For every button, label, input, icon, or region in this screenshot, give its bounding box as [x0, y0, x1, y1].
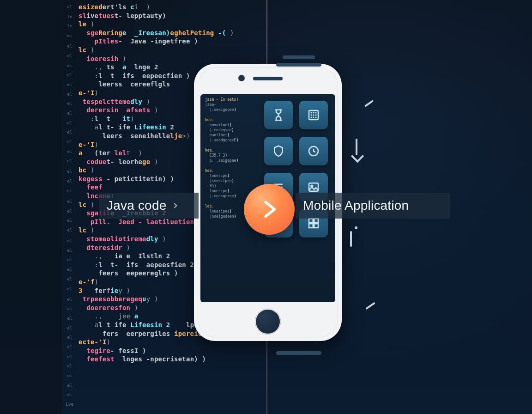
line-number: el: [64, 80, 76, 89]
clock-icon: [307, 144, 320, 158]
line-number: el: [64, 237, 76, 245]
line-number: el: [64, 207, 76, 215]
line-number: el: [64, 71, 76, 79]
line-number: el: [64, 3, 76, 11]
line-number: el: [64, 246, 76, 255]
svg-rect-4: [309, 219, 313, 223]
line-number: el: [64, 285, 76, 293]
app-icon-hourglass[interactable]: [264, 101, 293, 129]
line-number: el: [64, 99, 76, 108]
svg-rect-6: [309, 224, 313, 228]
chevron-right-icon: [259, 199, 280, 220]
line-number: el: [64, 138, 76, 146]
line-number: el: [64, 109, 76, 117]
decor-dash: [365, 302, 375, 310]
svg-rect-2: [309, 183, 318, 191]
label-java-code: Java code: [99, 193, 199, 219]
line-number: el: [64, 343, 76, 351]
code-line: pItles- Java -ingetfree ): [79, 37, 263, 46]
code-line: tegire- fessI ): [79, 347, 263, 355]
code-line: feefest lnges -npecrisetan) ): [79, 355, 263, 364]
line-number: el: [64, 42, 76, 50]
line-number: el: [64, 177, 76, 185]
line-number: el: [64, 333, 76, 341]
svg-point-3: [311, 185, 313, 187]
phone-speaker: [253, 77, 283, 80]
line-number: el: [64, 304, 76, 313]
svg-rect-5: [314, 219, 318, 223]
app-icon-clock[interactable]: [299, 137, 328, 165]
line-number: el: [64, 295, 76, 304]
line-number: el: [64, 128, 76, 136]
line-number: el: [64, 167, 76, 176]
line-number: el: [64, 61, 76, 70]
code-line: lc ): [79, 46, 263, 55]
line-number: el: [64, 314, 76, 323]
line-number: Lve: [64, 400, 76, 408]
app-icon-shield[interactable]: [264, 137, 293, 165]
status-bar-stub: [283, 55, 315, 59]
line-number: el: [64, 90, 76, 98]
keypad-icon: [307, 108, 320, 122]
line-number: el: [64, 31, 76, 40]
code-line: ioeresih ): [79, 55, 263, 63]
line-number: el: [64, 265, 76, 274]
line-number: el: [64, 381, 76, 390]
chevron-right-icon: [172, 203, 177, 208]
phone-home-button[interactable]: [255, 309, 281, 335]
line-number: el: [64, 119, 76, 127]
line-number: el: [64, 275, 76, 283]
label-text: Mobile Application: [303, 198, 409, 213]
left-margin: [0, 0, 62, 414]
label-mobile-app: Mobile Application: [296, 193, 450, 219]
line-number: el: [64, 324, 76, 332]
arrow-down-icon: [353, 139, 360, 146]
status-bar-stub: [276, 63, 321, 67]
line-number: el: [64, 216, 76, 225]
line-number: el: [64, 371, 76, 380]
code-line: esizedert'ls ci ): [79, 3, 263, 12]
nav-bar-stub: [276, 351, 321, 355]
photo-icon: [307, 180, 320, 194]
line-number: le: [64, 12, 76, 21]
shield-icon: [272, 144, 285, 158]
code-line: le ): [79, 20, 263, 29]
code-line: slivetuest- lepptauty): [79, 12, 263, 20]
svg-point-1: [309, 146, 318, 156]
line-number: el: [64, 362, 76, 370]
hourglass-icon: [272, 108, 285, 122]
decor-dash: [350, 231, 352, 247]
line-number: el: [64, 52, 76, 60]
line-number: el: [64, 157, 76, 165]
code-line: sgeReringe _Ireesan)eghelPeting -( ): [79, 29, 263, 37]
app-icon-keypad[interactable]: [299, 101, 328, 129]
line-number: el: [64, 197, 76, 206]
decor-dash: [364, 100, 374, 107]
line-number: el: [64, 390, 76, 399]
transform-arrow-button[interactable]: [244, 184, 295, 235]
line-number: le: [64, 22, 76, 30]
label-text: Java code: [107, 198, 166, 213]
line-number: el: [64, 353, 76, 361]
decor-dot: [355, 226, 357, 229]
line-number: el: [64, 256, 76, 264]
line-number: el: [64, 187, 76, 195]
line-number-gutter: elleleelelelelelelelelelelelelelelelelel…: [64, 0, 76, 414]
svg-rect-7: [314, 224, 318, 228]
svg-rect-0: [309, 110, 318, 120]
line-number: el: [64, 226, 76, 234]
phone-camera: [238, 75, 245, 81]
line-number: el: [64, 147, 76, 156]
